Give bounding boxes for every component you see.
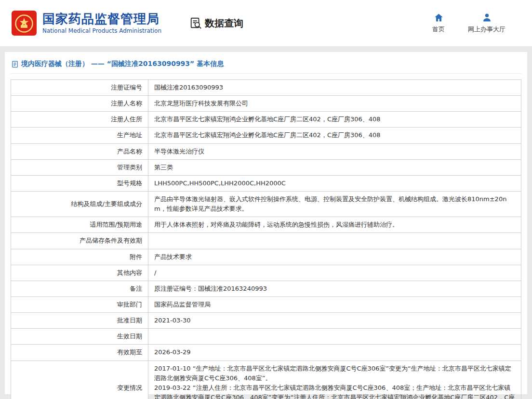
card-title: 境内医疗器械（注册） —— “国械注准20163090993” 基本信息 <box>11 56 521 74</box>
table-row: 变更情况2017-01-10 “生产地址：北京市昌平区北七家镇定泗路北侧雅安商厦… <box>11 360 521 399</box>
row-value: 国械注准20163090993 <box>148 80 521 96</box>
table-row: 其他内容/ <box>11 265 521 281</box>
data-query-label: 数据查询 <box>205 17 243 30</box>
row-label: 结构及组成/主要组成成分 <box>11 191 148 217</box>
nav-item-home[interactable]: 首页 <box>432 13 445 34</box>
row-value: 2017-01-10 “生产地址：北京市昌平区北七家镇定泗路北侧雅安商厦C号C座… <box>148 360 521 399</box>
row-label: 产品名称 <box>11 143 148 159</box>
row-value: LHH500PC,HH500PC,LHH2000C,HH2000C <box>148 175 521 191</box>
row-value: 第三类 <box>148 159 521 175</box>
row-value: 2021-03-30 <box>148 313 521 329</box>
table-row: 适用范围/预期用途用于人体体表照射，对疼痛及功能障碍，运动系统的急慢性损伤，风湿… <box>11 217 521 233</box>
page-body: 境内医疗器械（注册） —— “国械注准20163090993” 基本信息 注册证… <box>0 46 532 399</box>
table-row: 管理类别第三类 <box>11 159 521 175</box>
data-query-section: 数据查询 <box>189 17 243 30</box>
table-row: 审批部门国家药品监督管理局 <box>11 296 521 312</box>
row-label: 注册人住所 <box>11 112 148 128</box>
row-label: 注册人名称 <box>11 96 148 112</box>
row-value: / <box>148 265 521 281</box>
row-value: 北京龙慧珩医疗科技发展有限公司 <box>148 96 521 112</box>
table-row: 结构及组成/主要组成成分产品由半导体激光辐射器、嵌入式软件控制操作系统、电源、控… <box>11 191 521 217</box>
row-value: 北京市昌平区北七家镇宏翔鸿企业孵化基地C座厂房二区402，C座厂房306、408 <box>148 112 521 128</box>
org-name-cn: 国家药品监督管理局 <box>42 12 161 26</box>
row-label: 生产地址 <box>11 128 148 143</box>
nav-item-service-hall[interactable]: 网上办事大厅 <box>468 13 505 34</box>
table-row: 批准日期2021-03-30 <box>11 313 521 329</box>
info-card: 境内医疗器械（注册） —— “国械注准20163090993” 基本信息 注册证… <box>5 52 527 394</box>
row-label: 型号规格 <box>11 175 148 191</box>
table-row: 生产地址北京市昌平区北七家镇宏翔鸿企业孵化基地C座厂房二区402，C座厂房306… <box>11 128 521 143</box>
row-value: 原注册证编号：国械注准20163240993 <box>148 281 521 296</box>
row-label: 适用范围/预期用途 <box>11 217 148 233</box>
info-table-body: 注册证编号国械注准20163090993注册人名称北京龙慧珩医疗科技发展有限公司… <box>11 80 521 399</box>
info-table: 注册证编号国械注准20163090993注册人名称北京龙慧珩医疗科技发展有限公司… <box>11 79 521 399</box>
row-value: 北京市昌平区北七家镇宏翔鸿企业孵化基地C座厂房二区402，C座厂房306、408 <box>148 128 521 143</box>
row-value <box>148 233 521 249</box>
table-row: 注册人名称北京龙慧珩医疗科技发展有限公司 <box>11 96 521 112</box>
row-value <box>148 329 521 345</box>
row-label: 审批部门 <box>11 296 148 312</box>
row-value: 产品由半导体激光辐射器、嵌入式软件控制操作系统、电源、控制装置及安全防护装置、机… <box>148 191 521 217</box>
row-label: 有效期至 <box>11 345 148 360</box>
row-label: 注册证编号 <box>11 80 148 96</box>
document-search-icon <box>189 17 202 29</box>
header: 国家药品监督管理局 National Medical Products Admi… <box>0 0 532 46</box>
table-row: 附件产品技术要求 <box>11 249 521 265</box>
row-label: 产品储存条件及有效期 <box>11 233 148 249</box>
national-emblem-logo <box>12 11 37 36</box>
row-value: 产品技术要求 <box>148 249 521 265</box>
row-label: 附件 <box>11 249 148 265</box>
row-label: 备注 <box>11 281 148 296</box>
row-value: 国家药品监督管理局 <box>148 296 521 312</box>
table-row: 产品名称半导体激光治疗仪 <box>11 143 521 159</box>
org-names: 国家药品监督管理局 National Medical Products Admi… <box>42 12 161 35</box>
table-row: 产品储存条件及有效期 <box>11 233 521 249</box>
table-row: 生效日期 <box>11 329 521 345</box>
person-icon <box>482 13 492 23</box>
table-row: 注册人住所北京市昌平区北七家镇宏翔鸿企业孵化基地C座厂房二区402，C座厂房30… <box>11 112 521 128</box>
home-icon <box>434 13 444 23</box>
logo-area: 国家药品监督管理局 National Medical Products Admi… <box>12 11 161 36</box>
row-label: 变更情况 <box>11 360 148 399</box>
top-navigation: 首页 网上办事大厅 <box>432 13 505 34</box>
org-name-en: National Medical Products Administration <box>42 28 161 35</box>
row-value: 用于人体体表照射，对疼痛及功能障碍，运动系统的急慢性损伤，风湿痛进行辅助治疗。 <box>148 217 521 233</box>
document-icon <box>12 61 18 68</box>
row-value: 半导体激光治疗仪 <box>148 143 521 159</box>
row-label: 生效日期 <box>11 329 148 345</box>
nav-home-label: 首页 <box>432 25 445 34</box>
row-label: 批准日期 <box>11 313 148 329</box>
row-label: 管理类别 <box>11 159 148 175</box>
row-label: 其他内容 <box>11 265 148 281</box>
page-title: 境内医疗器械（注册） —— “国械注准20163090993” 基本信息 <box>21 60 224 68</box>
table-row: 注册证编号国械注准20163090993 <box>11 80 521 96</box>
row-value: 2026-03-29 <box>148 345 521 360</box>
nav-hall-label: 网上办事大厅 <box>468 25 505 34</box>
table-row: 型号规格LHH500PC,HH500PC,LHH2000C,HH2000C <box>11 175 521 191</box>
table-row: 备注原注册证编号：国械注准20163240993 <box>11 281 521 296</box>
table-row: 有效期至2026-03-29 <box>11 345 521 360</box>
